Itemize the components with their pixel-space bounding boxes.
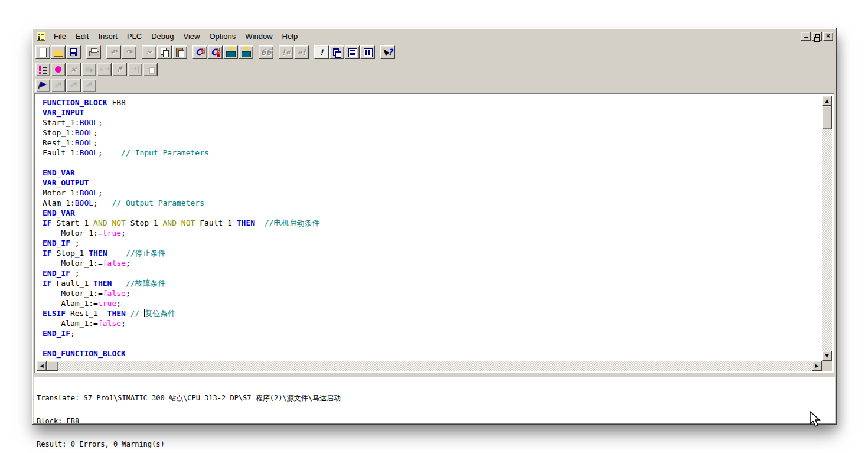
set-breakpoint-icon [53, 64, 63, 74]
delete-breakpoint-icon: × [67, 63, 80, 76]
code-token: THEN [93, 279, 112, 288]
horizontal-scrollbar[interactable]: ◀ ▶ [37, 361, 822, 371]
help-pointer-button[interactable] [380, 45, 395, 59]
download-modified-icon [241, 47, 251, 57]
delete-breakpoint-button: × [66, 63, 81, 76]
tile-horizontal-button[interactable] [345, 45, 360, 59]
code-token: END_VAR [43, 168, 75, 177]
code-token [255, 219, 265, 227]
code-line: Alam_1:=true; [43, 298, 822, 308]
code-token: ; [93, 198, 112, 207]
debug-flag-icon [38, 80, 48, 90]
code-token: true [103, 229, 121, 237]
print-button[interactable] [86, 45, 101, 59]
code-token [177, 219, 181, 227]
code-token: THEN [89, 249, 107, 258]
app-icon[interactable] [37, 32, 45, 41]
download-button[interactable] [223, 45, 238, 59]
tile-horizontal-icon [347, 47, 357, 57]
copy-button[interactable] [157, 45, 172, 59]
vertical-scroll-thumb[interactable] [822, 106, 832, 129]
continue-icon [84, 64, 94, 74]
cut-button: ✂ [142, 45, 156, 59]
compile-button[interactable]: ! [314, 45, 329, 59]
code-line [43, 158, 822, 168]
code-line: Alam_1:=false; [43, 318, 822, 328]
code-token: Motor_1: [43, 188, 80, 197]
menu-bar: FileEditInsertPLCDebugViewOptionsWindowH… [34, 30, 835, 43]
scroll-up-button[interactable]: ▲ [822, 96, 832, 106]
code-token: ; [98, 118, 103, 127]
code-line: ELSIF Rest_1 THEN // 复位条件 [43, 308, 822, 318]
code-token: Alam_1:= [43, 319, 98, 328]
menu-insert[interactable]: Insert [93, 31, 122, 42]
code-token: ; [121, 229, 126, 237]
code-line: Start_1:BOOL; [43, 118, 822, 128]
open-button[interactable] [51, 45, 66, 59]
vertical-scrollbar[interactable]: ▲ ▼ [822, 96, 832, 361]
scroll-left-icon: ◀ [40, 363, 43, 369]
prev-error-button: !« [279, 45, 293, 59]
cascade-button[interactable] [329, 45, 344, 59]
code-token: Rest_1 [66, 309, 107, 318]
code-token: FB8 [107, 98, 126, 107]
copy-icon [159, 47, 169, 57]
code-editor-area[interactable]: FUNCTION_BLOCK FB8VAR_INPUTStart_1:BOOL;… [34, 93, 834, 373]
menu-view[interactable]: View [179, 31, 205, 42]
save-button[interactable] [66, 45, 81, 59]
horizontal-scroll-thumb[interactable] [47, 361, 58, 371]
control-3-button [81, 79, 96, 92]
run-to-cursor-button [97, 63, 112, 76]
code-token: true [98, 299, 116, 308]
code-token: //电机启动条件 [265, 219, 320, 227]
code-token: false [103, 259, 126, 268]
restore-icon [815, 34, 820, 38]
code-token: ; [70, 239, 80, 247]
next-error-button: »! [294, 45, 309, 59]
new-button[interactable] [35, 45, 50, 59]
code-token: THEN [107, 309, 126, 318]
code-line: Motor_1:=false; [43, 258, 822, 268]
breakpoints-list-icon [38, 64, 48, 74]
menu-plc[interactable]: PLC [122, 31, 146, 42]
scroll-left-button[interactable]: ◀ [37, 361, 47, 371]
debug-flag-button[interactable] [35, 79, 50, 92]
menu-edit[interactable]: Edit [71, 31, 93, 42]
restore-button[interactable] [812, 32, 822, 41]
toolbar-separator [102, 45, 106, 59]
debug-toolbar: ×↱ [34, 61, 835, 77]
code-line: END_VAR [43, 208, 822, 218]
menu-file[interactable]: File [49, 31, 71, 42]
code-token: FUNCTION_BLOCK [43, 98, 107, 107]
code-token: BOOL [80, 148, 98, 157]
tile-vertical-button[interactable] [360, 45, 375, 59]
compile-source-button[interactable] [192, 45, 207, 59]
paste-button[interactable] [172, 45, 187, 59]
set-breakpoint-button[interactable] [51, 63, 66, 76]
code-text[interactable]: FUNCTION_BLOCK FB8VAR_INPUTStart_1:BOOL;… [37, 96, 822, 361]
download-modified-button[interactable] [239, 45, 253, 59]
menu-debug[interactable]: Debug [146, 31, 178, 42]
compile-all-button[interactable] [208, 45, 223, 59]
compile-all-icon [210, 47, 220, 57]
compile-source-icon [195, 47, 205, 57]
code-token: ; [70, 269, 80, 278]
close-button[interactable]: × [823, 32, 833, 41]
step-into-button [128, 63, 142, 76]
scroll-down-button[interactable]: ▼ [822, 351, 832, 361]
scroll-right-button[interactable]: ▶ [812, 361, 822, 371]
toolbar-separator [376, 45, 380, 59]
code-token: Motor_1:= [43, 229, 103, 237]
step-over-icon: ↱ [113, 63, 126, 76]
code-token: Motor_1:= [43, 259, 103, 268]
compile-output-pane[interactable]: Translate: S7_Pro1\SIMATIC 300 站点\CPU 31… [34, 377, 835, 423]
code-line: VAR_OUTPUT [43, 178, 822, 188]
toolbar-separator [274, 45, 279, 59]
menu-help[interactable]: Help [278, 31, 303, 42]
breakpoints-list-button[interactable] [35, 63, 50, 76]
menu-window[interactable]: Window [240, 31, 277, 42]
minimize-button[interactable] [801, 32, 811, 41]
scl-editor-window: FileEditInsertPLCDebugViewOptionsWindowH… [32, 28, 837, 425]
code-token: ; [121, 319, 126, 328]
menu-options[interactable]: Options [204, 31, 240, 42]
